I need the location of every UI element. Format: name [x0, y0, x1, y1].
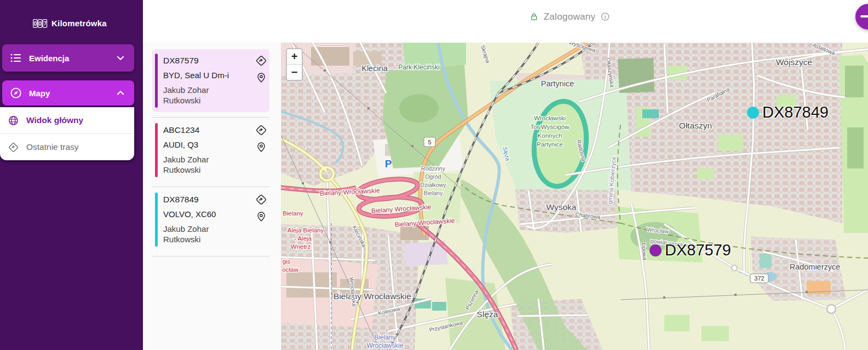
odometer-icon [33, 19, 48, 28]
vehicle-model: VOLVO, XC60 [163, 208, 269, 220]
racecourse-label: Tor Wyścigów [531, 124, 570, 130]
parking-icon: P [385, 158, 392, 170]
gardens-label: Działkowy [420, 182, 446, 188]
menu-fab-button[interactable] [855, 4, 868, 30]
vehicle-list-panel: DX87579 BYD, Seal U Dm-i Jakub Zohar Rut… [143, 43, 281, 350]
sidebar-item-label: Mapy [29, 89, 114, 98]
vehicle-model: BYD, Seal U Dm-i [163, 69, 269, 81]
sidebar-item-mapy[interactable]: Mapy [2, 80, 134, 106]
vehicle-driver: Jakub Zohar Rutkowski [163, 224, 222, 244]
vehicle-driver: Jakub Zohar Rutkowski [163, 85, 222, 106]
racecourse-label: Partynice [537, 141, 563, 148]
lock-icon [530, 11, 539, 22]
marker-dot[interactable] [649, 244, 662, 256]
partial-label: gis [283, 258, 291, 265]
town-label-klecina: Klecina [361, 64, 388, 73]
location-pin-icon[interactable] [255, 72, 267, 84]
town-label-sleza: Ślęza [477, 310, 498, 319]
list-divider [152, 256, 269, 256]
app-title: Kilometrówka [51, 19, 107, 28]
mapy-submenu: Widok główny Ostatnie trasy [0, 107, 134, 160]
submenu-item-label: Widok główny [26, 115, 83, 125]
directions-icon[interactable] [255, 55, 267, 67]
main-area: Zalogowany DX87579 BYD, Seal U Dm-i Jaku… [143, 0, 868, 350]
content-area: DX87579 BYD, Seal U Dm-i Jakub Zohar Rut… [143, 43, 868, 350]
gardens-label: Bielany [424, 190, 443, 196]
info-icon[interactable] [600, 12, 610, 21]
vehicle-card[interactable]: ABC1234 AUDI, Q3 Jakub Zohar Rutkowski [152, 119, 269, 182]
zoom-out-button[interactable]: − [287, 65, 302, 80]
route-shield-5: 5 [424, 137, 435, 147]
aleja-label: - Aleja [294, 235, 312, 242]
directions-icon[interactable] [255, 194, 267, 206]
marker-label: DX87579 [665, 241, 731, 259]
town-label-wysoka: Wysoka [547, 202, 577, 212]
svg-text:372: 372 [754, 275, 764, 282]
list-icon [9, 51, 22, 65]
auth-status: Zalogowany [530, 11, 610, 22]
street-label: Lipowa [641, 243, 648, 261]
sidebar: Kilometrówka Ewidencja Mapy [0, 0, 143, 350]
chevron-down-icon [114, 52, 127, 64]
zoom-in-button[interactable]: + [287, 49, 302, 65]
park-label: Park Kleciński [398, 63, 439, 71]
gardens-label: Ogród [425, 173, 441, 180]
partial-label: ocław [282, 266, 298, 273]
aleja-label: Aleja Bielany [288, 227, 324, 234]
vehicle-card[interactable]: DX87579 BYD, Seal U Dm-i Jakub Zohar Rut… [152, 49, 269, 112]
chevron-up-icon [114, 87, 127, 99]
sidebar-menu: Ewidencja Mapy [0, 44, 143, 160]
vehicle-model: AUDI, Q3 [163, 139, 269, 151]
svg-text:5: 5 [428, 139, 431, 145]
racecourse-label: Wrocławski [534, 115, 566, 121]
vehicle-color-bar [155, 123, 158, 177]
sidebar-item-label: Ewidencja [29, 54, 114, 63]
map-canvas[interactable]: Klecina Partynice Ołtaszyn Wojszyce Wyso… [281, 43, 868, 350]
route-shield-372: 372 [750, 274, 768, 283]
racecourse-label: Konnych [538, 132, 562, 139]
globe-icon [8, 115, 19, 126]
list-divider [152, 117, 269, 118]
top-bar: Zalogowany [143, 0, 868, 43]
vehicle-color-bar [155, 54, 158, 108]
route-icon [8, 142, 19, 153]
gardens-label: Rodzinny [421, 165, 446, 172]
app-window: Kilometrówka Ewidencja Mapy [0, 0, 868, 350]
vehicle-plate: ABC1234 [163, 124, 269, 136]
map-zoom-control: + − [286, 48, 303, 81]
directions-icon[interactable] [255, 124, 267, 136]
app-logo: Kilometrówka [0, 0, 143, 28]
marker-label: DX87849 [762, 103, 829, 121]
compass-icon [9, 86, 22, 100]
vehicle-plate: DX87849 [163, 194, 269, 206]
list-divider [152, 186, 269, 187]
submenu-item-label: Ostatnie trasy [26, 142, 79, 152]
bielany-red-label: Bielany [283, 210, 303, 217]
map-tiles: Klecina Partynice Ołtaszyn Wojszyce Wyso… [281, 43, 868, 350]
vehicle-plate: DX87579 [163, 55, 269, 67]
vehicle-driver: Jakub Zohar Rutkowski [163, 154, 222, 175]
town-label-oltaszyn: Ołtaszyn [679, 121, 712, 130]
station-label: Wrocławskie [366, 342, 403, 349]
town-label-radomierzyce: Radomierzyce [790, 262, 841, 271]
auth-status-label: Zalogowany [544, 11, 596, 22]
location-pin-icon[interactable] [255, 211, 267, 223]
fab-glyph [860, 15, 868, 18]
sidebar-item-ewidencja[interactable]: Ewidencja [2, 44, 134, 72]
station-label: Bielany [374, 334, 395, 341]
marker-dot[interactable] [747, 107, 759, 119]
town-label-wojszyce: Wojszyce [776, 57, 812, 67]
location-pin-icon[interactable] [255, 141, 267, 153]
aleja-label: Wnętrz [291, 243, 311, 250]
vehicle-card[interactable]: DX87849 VOLVO, XC60 Jakub Zohar Rutkowsk… [152, 188, 269, 251]
sidebar-item-widok-glowny[interactable]: Widok główny [0, 107, 134, 133]
town-label-partynice: Partynice [541, 79, 574, 88]
vehicle-color-bar [155, 192, 158, 247]
sidebar-item-ostatnie-trasy[interactable]: Ostatnie trasy [0, 134, 134, 160]
town-label-bielany: Bielany Wrocławskie [334, 291, 411, 301]
